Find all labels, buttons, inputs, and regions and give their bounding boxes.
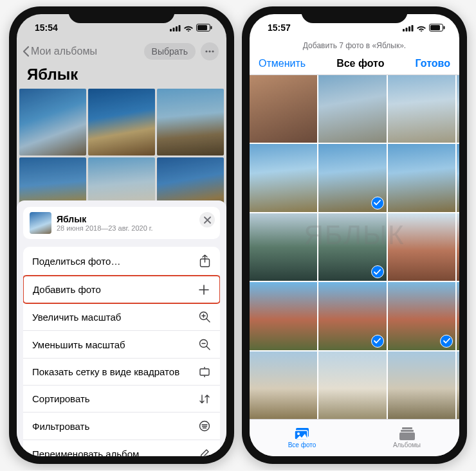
svg-point-24 (297, 432, 300, 435)
menu-item-label: Фильтровать (32, 421, 89, 432)
svg-rect-20 (430, 25, 440, 30)
sort-icon (198, 394, 211, 404)
picker-photo[interactable] (388, 282, 455, 350)
selected-check-icon (371, 197, 384, 209)
menu-item[interactable]: Добавить фото (23, 275, 220, 304)
picker-photo[interactable] (457, 213, 459, 281)
photo-picker-grid (250, 75, 459, 419)
menu-item-label: Переименовать альбом (32, 449, 139, 457)
picker-photo[interactable] (250, 75, 317, 143)
menu-item-label: Добавить фото (33, 284, 101, 295)
svg-rect-1 (173, 28, 175, 31)
tab-bar: Все фото Альбомы (250, 419, 459, 456)
menu-item[interactable]: Уменьшить масштаб (23, 331, 220, 359)
phone-left: 15:54 Мои альбомы Выбрать Яблык (9, 6, 234, 464)
svg-rect-15 (403, 29, 405, 31)
svg-rect-25 (402, 427, 412, 429)
svg-rect-5 (197, 25, 207, 30)
svg-rect-26 (401, 430, 414, 432)
done-button[interactable]: Готово (416, 58, 450, 69)
tab-all-photos[interactable]: Все фото (250, 420, 354, 456)
tab-albums[interactable]: Альбомы (354, 420, 459, 456)
selected-check-icon (371, 265, 384, 278)
status-time: 15:54 (35, 22, 58, 33)
filter-icon (198, 420, 211, 432)
picker-photo[interactable] (250, 282, 317, 350)
picker-photo[interactable] (250, 213, 317, 281)
rename-icon (198, 448, 211, 456)
menu-item-label: Сортировать (32, 393, 90, 404)
menu-item[interactable]: Увеличить масштаб (23, 303, 220, 331)
picker-photo[interactable] (318, 282, 386, 350)
wifi-icon (183, 24, 194, 31)
menu-item-label: Поделиться фото… (32, 256, 120, 267)
svg-rect-0 (170, 29, 172, 31)
notch (69, 6, 175, 23)
svg-rect-6 (211, 26, 212, 30)
picker-subtitle: Добавить 7 фото в «Яблык». (250, 41, 459, 54)
menu-item[interactable]: Переименовать альбом (23, 440, 220, 456)
status-time: 15:57 (268, 22, 291, 33)
sheet-thumbnail (30, 212, 51, 234)
selected-check-icon (371, 335, 384, 348)
picker-photo[interactable] (457, 282, 459, 350)
picker-photo[interactable] (318, 351, 386, 419)
aspect-icon (198, 367, 211, 377)
action-sheet: Яблык 28 июня 2018—23 авг. 2020 г. Подел… (17, 200, 226, 456)
signal-icon (403, 24, 414, 31)
plus-icon (197, 285, 210, 295)
picker-photo[interactable] (318, 213, 386, 281)
svg-rect-17 (408, 26, 410, 31)
picker-photo[interactable] (457, 75, 459, 143)
picker-title: Все фото (336, 58, 384, 69)
picker-photo[interactable] (388, 75, 455, 143)
zoom-out-icon (198, 339, 211, 350)
svg-rect-3 (179, 25, 181, 31)
menu-item-label: Увеличить масштаб (32, 312, 121, 323)
svg-rect-27 (399, 432, 415, 440)
battery-icon (429, 24, 445, 31)
picker-photo[interactable] (318, 75, 386, 143)
phone-right: ЯБЛЫК 15:57 Добавить 7 фото в «Яблык». О… (242, 6, 467, 464)
svg-rect-16 (406, 28, 408, 31)
share-icon (198, 254, 211, 267)
sheet-subtitle: 28 июня 2018—23 авг. 2020 г. (57, 224, 153, 232)
zoom-in-icon (198, 311, 211, 323)
menu-item[interactable]: Сортировать (23, 386, 220, 413)
battery-icon (196, 24, 212, 31)
svg-rect-21 (444, 26, 445, 30)
svg-rect-2 (176, 26, 178, 31)
picker-photo[interactable] (457, 351, 459, 419)
picker-photo[interactable] (250, 144, 317, 211)
signal-icon (170, 24, 181, 31)
picker-photo[interactable] (388, 213, 455, 281)
tab-albums-label: Альбомы (393, 441, 421, 449)
picker-navbar: Отменить Все фото Готово (250, 54, 459, 75)
svg-rect-18 (412, 25, 414, 31)
selected-check-icon (440, 335, 453, 348)
picker-photo[interactable] (457, 144, 459, 211)
picker-photo[interactable] (388, 144, 455, 211)
sheet-header: Яблык 28 июня 2018—23 авг. 2020 г. (23, 207, 220, 239)
picker-photo[interactable] (318, 144, 386, 211)
cancel-button[interactable]: Отменить (259, 58, 306, 69)
picker-photo[interactable] (388, 351, 455, 419)
menu-item-label: Уменьшить масштаб (32, 339, 125, 350)
action-menu: Поделиться фото…Добавить фотоУвеличить м… (23, 247, 220, 456)
picker-photo[interactable] (250, 351, 317, 419)
wifi-icon (416, 24, 426, 31)
menu-item[interactable]: Фильтровать (23, 413, 220, 440)
menu-item[interactable]: Показать сетку в виде квадратов (23, 359, 220, 386)
menu-item[interactable]: Поделиться фото… (23, 247, 220, 276)
notch (302, 6, 408, 23)
svg-rect-13 (200, 369, 209, 375)
close-button[interactable] (199, 212, 215, 227)
tab-all-label: Все фото (288, 441, 316, 449)
menu-item-label: Показать сетку в виде квадратов (32, 366, 179, 377)
sheet-title: Яблык (57, 214, 153, 224)
